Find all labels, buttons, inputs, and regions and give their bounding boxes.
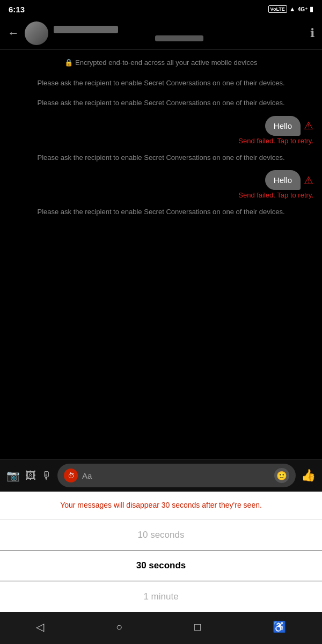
send-failed-2[interactable]: Send failed. Tap to retry. [238,191,313,199]
disappear-timer-sheet: Your messages will disappear 30 seconds … [0,492,322,612]
time: 6:13 [9,5,25,14]
timer-option-30s[interactable]: 30 seconds [0,550,322,581]
mic-button[interactable]: 🎙 [41,470,52,482]
battery-icon: ▮ [310,5,313,13]
message-bubble-wrap-2: Hello ⚠ [265,170,313,190]
system-message-2: Please ask the recipient to enable Secre… [9,96,313,111]
timer-options-list: 10 seconds 30 seconds 1 minute [0,519,322,612]
avatar[interactable] [25,21,48,45]
message-row-2: Hello ⚠ Send failed. Tap to retry. [9,170,313,199]
info-button[interactable]: ℹ [310,26,314,40]
contact-name [54,26,118,33]
message-row-1: Hello ⚠ Send failed. Tap to retry. [9,116,313,145]
timer-icon[interactable]: ⏱ [64,469,78,482]
message-input[interactable]: Aa [82,471,270,480]
message-bubble-wrap-1: Hello ⚠ [265,116,313,136]
network-icon: 4G⁺ [298,6,308,12]
gallery-button[interactable]: 🖼 [25,470,36,482]
nav-accessibility-button[interactable]: ♿ [273,620,286,633]
status-icons: VoLTE ▲ 4G⁺ ▮ [268,5,313,13]
message-bubble-2[interactable]: Hello [265,170,301,190]
send-failed-1[interactable]: Send failed. Tap to retry. [238,137,313,145]
encrypted-notice: 🔒 Encrypted end-to-end across all your a… [9,55,313,70]
emoji-button[interactable]: 🙂 [274,468,289,483]
contact-sub [155,35,203,41]
chat-header: ← ℹ [0,17,322,50]
message-input-wrap[interactable]: ⏱ Aa 🙂 [57,464,296,487]
error-icon-2: ⚠ [304,174,313,187]
header-name-area [54,26,305,41]
nav-back-button[interactable]: ◁ [36,620,44,633]
nav-home-button[interactable]: ○ [116,621,122,633]
input-bar: 📷 🖼 🎙 ⏱ Aa 🙂 👍 [0,459,322,492]
error-icon-1: ⚠ [304,119,313,132]
volte-badge: VoLTE [268,5,287,13]
disappear-notice: Your messages will disappear 30 seconds … [44,500,278,519]
system-message-1: Please ask the recipient to enable Secre… [9,76,313,91]
signal-icon: ▲ [289,5,296,13]
timer-option-10s[interactable]: 10 seconds [0,519,322,550]
like-button[interactable]: 👍 [301,469,316,482]
back-button[interactable]: ← [8,26,19,40]
timer-option-1min[interactable]: 1 minute [0,581,322,612]
message-bubble-1[interactable]: Hello [265,116,301,136]
system-message-4: Please ask the recipient to enable Secre… [9,204,313,219]
nav-recents-button[interactable]: □ [194,621,201,633]
navigation-bar: ◁ ○ □ ♿ [0,612,322,644]
camera-button[interactable]: 📷 [6,469,20,482]
status-bar: 6:13 VoLTE ▲ 4G⁺ ▮ [0,0,322,17]
system-message-3: Please ask the recipient to enable Secre… [9,150,313,165]
lock-icon: 🔒 [64,58,75,67]
chat-area: 🔒 Encrypted end-to-end across all your a… [0,50,322,459]
